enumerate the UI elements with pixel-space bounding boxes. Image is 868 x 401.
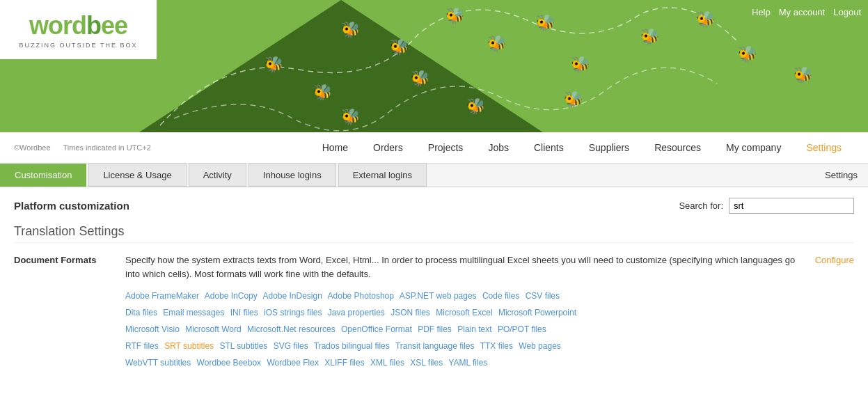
- nav-my-company[interactable]: My company: [713, 132, 794, 164]
- format-rtf-files[interactable]: RTF files: [125, 341, 159, 351]
- format-microsoft-visio[interactable]: Microsoft Visio: [125, 324, 180, 334]
- nav-suppliers[interactable]: Suppliers: [576, 132, 642, 164]
- format-wordbee-beebox[interactable]: Wordbee Beebox: [197, 358, 262, 368]
- format-xml-files[interactable]: XML files: [370, 358, 404, 368]
- format-ini-files[interactable]: INI files: [230, 308, 258, 317]
- bee-8: 🐝: [640, 28, 659, 46]
- bee-10: 🐝: [738, 45, 757, 63]
- main-navigation: ©Wordbee Times indicated in UTC+2 Home O…: [0, 132, 868, 164]
- tabs-bar: Customisation License & Usage Activity I…: [0, 164, 868, 187]
- bee-5: 🐝: [536, 14, 555, 32]
- bee-13: 🐝: [313, 84, 332, 102]
- tab-inhouse-logins[interactable]: Inhouse logins: [248, 164, 336, 187]
- bee-14: 🐝: [411, 70, 429, 88]
- nav-settings[interactable]: Settings: [794, 132, 854, 164]
- nav-jobs[interactable]: Jobs: [475, 132, 521, 164]
- bee-3: 🐝: [445, 7, 464, 25]
- nav-orders[interactable]: Orders: [361, 132, 416, 164]
- bee-2: 🐝: [390, 38, 409, 56]
- bee-7: 🐝: [564, 91, 583, 109]
- logo: wordbee BUZZING OUTSIDE THE BOX: [0, 0, 157, 59]
- format-pdf-files[interactable]: PDF files: [418, 324, 452, 334]
- document-formats-row: Document Formats Specify how the system …: [14, 253, 854, 371]
- format-email-messages[interactable]: Email messages: [163, 308, 224, 317]
- logout-link[interactable]: Logout: [833, 7, 861, 17]
- logo-text: wordbee: [29, 11, 127, 40]
- timezone: Times indicated in UTC+2: [63, 143, 150, 152]
- format-adobe-photoshop[interactable]: Adobe Photoshop: [328, 291, 394, 301]
- format-json-files[interactable]: JSON files: [390, 308, 430, 317]
- nav-projects[interactable]: Projects: [416, 132, 476, 164]
- nav-resources[interactable]: Resources: [642, 132, 713, 164]
- format-asp-net[interactable]: ASP.NET web pages: [400, 291, 477, 301]
- format-microsoft-powerpoint[interactable]: Microsoft Powerpoint: [498, 308, 576, 317]
- logo-sub: BUZZING OUTSIDE THE BOX: [19, 42, 138, 49]
- content-area: Platform customization Search for: Trans…: [0, 187, 868, 382]
- my-account-link[interactable]: My account: [779, 7, 825, 17]
- tab-license-usage[interactable]: License & Usage: [88, 164, 186, 187]
- nav-home[interactable]: Home: [310, 132, 361, 164]
- bee-4: 🐝: [487, 35, 506, 53]
- platform-header: Platform customization Search for:: [14, 198, 854, 214]
- format-yaml-files[interactable]: YAML files: [448, 358, 487, 368]
- format-csv-files[interactable]: CSV files: [526, 291, 560, 301]
- format-net-resources[interactable]: Microsoft.Net resources: [247, 324, 336, 334]
- doc-formats-description: Specify how the system extracts texts fr…: [125, 253, 801, 281]
- bee-12: 🐝: [265, 56, 283, 74]
- format-svg-files[interactable]: SVG files: [274, 341, 308, 351]
- section-title: Translation Settings: [14, 224, 854, 243]
- format-srt-subtitles[interactable]: SRT subtitles: [164, 341, 214, 351]
- tab-settings-label: Settings: [427, 170, 868, 180]
- nav-links: Home Orders Projects Jobs Clients Suppli…: [310, 132, 854, 164]
- header: wordbee BUZZING OUTSIDE THE BOX 🐝 🐝 🐝 🐝 …: [0, 0, 868, 132]
- header-top-nav: Help My account Logout: [752, 7, 861, 17]
- tab-customisation[interactable]: Customisation: [0, 164, 86, 187]
- nav-info: ©Wordbee Times indicated in UTC+2: [14, 143, 161, 152]
- doc-formats-label: Document Formats: [14, 253, 125, 265]
- format-ttx-files[interactable]: TTX files: [480, 341, 513, 351]
- nav-clients[interactable]: Clients: [521, 132, 576, 164]
- format-transit[interactable]: Transit language files: [395, 341, 475, 351]
- search-area: Search for:: [679, 198, 854, 214]
- bee-6: 🐝: [571, 56, 590, 74]
- format-po-pot[interactable]: PO/POT files: [498, 324, 546, 334]
- bee-15: 🐝: [466, 97, 485, 116]
- bee-11: 🐝: [794, 66, 812, 84]
- format-microsoft-word[interactable]: Microsoft Word: [185, 324, 241, 334]
- bee-1: 🐝: [341, 21, 360, 39]
- format-xliff-files[interactable]: XLIFF files: [324, 358, 364, 368]
- format-microsoft-excel[interactable]: Microsoft Excel: [436, 308, 492, 317]
- search-label: Search for:: [679, 200, 723, 211]
- format-trados[interactable]: Trados bilingual files: [314, 341, 390, 351]
- platform-title: Platform customization: [14, 200, 129, 212]
- tab-external-logins[interactable]: External logins: [338, 164, 427, 187]
- format-ios-strings[interactable]: iOS strings files: [264, 308, 322, 317]
- bee-9: 🐝: [696, 10, 715, 29]
- copyright: ©Wordbee: [14, 143, 51, 152]
- tab-activity[interactable]: Activity: [189, 164, 246, 187]
- format-plain-text[interactable]: Plain text: [457, 324, 491, 334]
- format-adobe-incopy[interactable]: Adobe InCopy: [205, 291, 258, 301]
- format-dita-files[interactable]: Dita files: [125, 308, 157, 317]
- format-adobe-framemaker[interactable]: Adobe FrameMaker: [125, 291, 199, 301]
- format-openoffice[interactable]: OpenOffice Format: [341, 324, 412, 334]
- format-java-properties[interactable]: Java properties: [328, 308, 385, 317]
- format-adobe-indesign[interactable]: Adobe InDesign: [262, 291, 322, 301]
- configure-link[interactable]: Configure: [815, 253, 854, 265]
- bee-16: 🐝: [341, 108, 360, 126]
- format-links: Adobe FrameMaker Adobe InCopy Adobe InDe…: [125, 288, 801, 371]
- format-webvtt[interactable]: WebVTT subtitles: [125, 358, 191, 368]
- search-input[interactable]: [729, 198, 854, 214]
- format-xsl-files[interactable]: XSL files: [410, 358, 443, 368]
- doc-formats-content: Specify how the system extracts texts fr…: [125, 253, 801, 371]
- format-code-files[interactable]: Code files: [482, 291, 519, 301]
- format-wordbee-flex[interactable]: Wordbee Flex: [267, 358, 318, 368]
- help-link[interactable]: Help: [752, 7, 771, 17]
- format-web-pages[interactable]: Web pages: [519, 341, 561, 351]
- format-stl-subtitles[interactable]: STL subtitles: [219, 341, 267, 351]
